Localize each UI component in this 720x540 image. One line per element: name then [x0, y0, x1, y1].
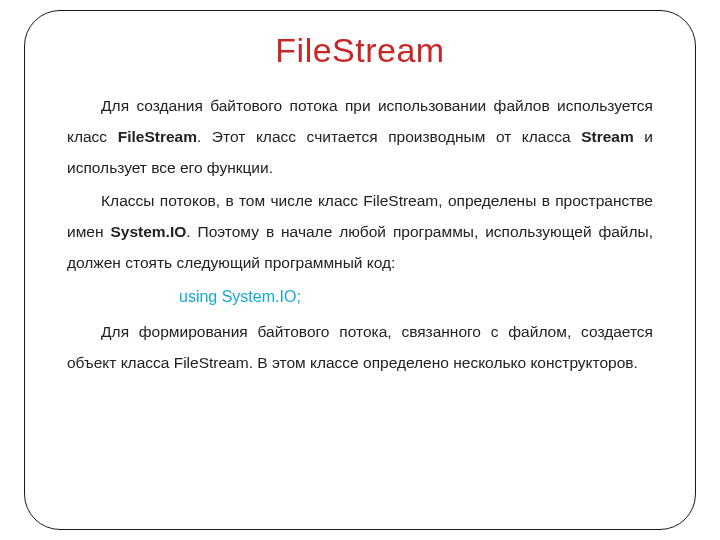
paragraph-1: Для создания байтового потока при исполь…	[67, 90, 653, 183]
p2-bold-systemio: System.IO	[110, 223, 186, 240]
slide-card: FileStream Для создания байтового потока…	[24, 10, 696, 530]
paragraph-2: Классы потоков, в том числе класс FileSt…	[67, 185, 653, 278]
slide-title: FileStream	[67, 31, 653, 70]
p1-bold-filestream: FileStream	[118, 128, 197, 145]
paragraph-3: Для формирования байтового потока, связа…	[67, 316, 653, 378]
code-line: using System.IO;	[67, 280, 653, 314]
p1-bold-stream: Stream	[581, 128, 634, 145]
p1-text-c: . Этот класс считается производным от кл…	[197, 128, 581, 145]
